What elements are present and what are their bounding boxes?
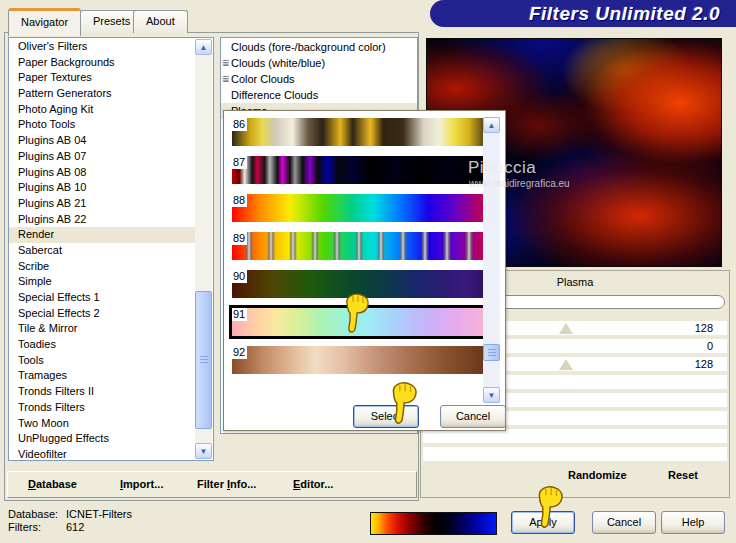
title-banner: Filters Unlimited 2.0 [430,0,736,27]
category-item[interactable]: Plugins AB 22 [9,212,196,228]
category-item[interactable]: Toadies [9,337,196,353]
gradient-swatch[interactable]: 92 [232,346,484,374]
scroll-down-icon[interactable]: ▼ [483,387,500,403]
category-item[interactable]: Tile & Mirror [9,321,196,337]
hand-cursor-icon [385,378,419,430]
filter-items: Clouds (fore-/background color)≣Clouds (… [221,39,417,119]
slider-row[interactable] [423,447,727,461]
category-item[interactable]: Photo Tools [9,117,196,133]
cancel-button[interactable]: Cancel [592,511,656,534]
gradient-swatch[interactable]: 88 [232,194,484,222]
filter-item[interactable]: ≣Color Clouds [221,71,417,87]
category-item[interactable]: Plugins AB 08 [9,165,196,181]
slider-value: 0 [707,339,713,353]
tab-about[interactable]: About [133,10,188,33]
category-item[interactable]: Two Moon [9,416,196,432]
category-item[interactable]: Paper Backgrounds [9,55,196,71]
filters-label: Filters: [8,521,66,534]
gradient-swatch[interactable]: 89 [232,232,484,260]
gradient-number: 92 [232,346,247,359]
filters-count: 612 [66,521,84,533]
filter-item-label: Clouds (white/blue) [231,57,325,69]
category-item[interactable]: Render [9,227,196,243]
category-item[interactable]: Photo Aging Kit [9,102,196,118]
category-item[interactable]: Oliver's Filters [9,39,196,55]
category-item[interactable]: Tramages [9,368,196,384]
category-item[interactable]: Plugins AB 04 [9,133,196,149]
hand-cursor-icon [339,291,371,337]
slider-handle[interactable] [559,323,573,334]
database-menubar: DatabaseImport...Filter Info...Editor... [7,471,417,498]
scrollbar-grip [200,356,208,364]
category-item[interactable]: Special Effects 2 [9,306,196,322]
scroll-up-icon[interactable]: ▲ [195,39,212,55]
randomize-row: Randomize Reset [421,469,729,491]
scroll-down-icon[interactable]: ▼ [195,443,212,459]
category-item[interactable]: Tronds Filters [9,400,196,416]
category-items: Oliver's FiltersPaper BackgroundsPaper T… [9,39,196,461]
menu-item-database[interactable]: Database [28,472,77,497]
gradient-number: 88 [232,194,247,207]
randomize-button[interactable]: Randomize [568,469,627,481]
slider-handle[interactable] [559,359,573,370]
gradient-number: 86 [232,118,247,131]
gradient-bar [232,346,484,374]
category-item[interactable]: Videofilter [9,447,196,461]
scrollbar-thumb[interactable] [195,291,212,429]
hand-cursor-icon [531,480,565,536]
category-scrollbar[interactable]: ▲ ▼ [195,39,212,459]
category-item[interactable]: Paper Textures [9,70,196,86]
filter-item-label: Color Clouds [231,73,295,85]
help-button[interactable]: Help [661,511,725,534]
category-listbox[interactable]: Oliver's FiltersPaper BackgroundsPaper T… [8,37,214,461]
tab-navigator[interactable]: Navigator [8,8,81,36]
filter-item[interactable]: ≣Clouds (white/blue) [221,55,417,71]
status-area: Database:ICNET-Filters Filters:612 [8,508,132,534]
status-database: Database:ICNET-Filters [8,508,132,521]
category-item[interactable]: Sabercat [9,243,196,259]
gradient-swatch[interactable]: 86 [232,118,484,146]
filter-item[interactable]: Difference Clouds [221,87,417,103]
category-item[interactable]: Tronds Filters II [9,384,196,400]
category-item[interactable]: Tools [9,353,196,369]
app-title: Filters Unlimited 2.0 [529,3,736,25]
database-label: Database: [8,508,66,521]
popup-cancel-button[interactable]: Cancel [440,405,506,428]
category-item[interactable]: UnPlugged Effects [9,431,196,447]
watermark-name: Pinuccia [468,158,536,178]
filter-item[interactable]: Clouds (fore-/background color) [221,39,417,55]
slider-value: 128 [695,357,713,371]
category-item[interactable]: Special Effects 1 [9,290,196,306]
reset-button[interactable]: Reset [668,469,698,481]
scrollbar-grip [488,349,496,357]
category-item[interactable]: Simple [9,274,196,290]
category-item[interactable]: Plugins AB 07 [9,149,196,165]
current-gradient-preview [370,512,497,535]
gradient-bar [232,118,484,146]
gradient-number: 87 [232,156,247,169]
menu-item-filter-info[interactable]: Filter Info... [197,472,256,497]
menu-item-editor[interactable]: Editor... [293,472,333,497]
gradient-number: 90 [232,270,247,283]
gradient-swatch[interactable]: 87 [232,156,484,184]
gradient-picker-dialog: 86878889909192 ▲ ▼ Select Cancel [223,110,506,431]
menu-item-import[interactable]: Import... [120,472,163,497]
filters-unlimited-dialog: Filters Unlimited 2.0 Navigator Presets … [0,0,736,543]
gradient-bar [232,232,484,260]
category-item[interactable]: Pattern Generators [9,86,196,102]
gradient-bar [232,194,484,222]
category-item[interactable]: Plugins AB 21 [9,196,196,212]
slider-row[interactable] [423,429,727,443]
scroll-up-icon[interactable]: ▲ [483,117,500,133]
filter-item-label: Difference Clouds [231,89,318,101]
status-filters: Filters:612 [8,521,132,534]
category-item[interactable]: Scribe [9,259,196,275]
category-item[interactable]: Plugins AB 10 [9,180,196,196]
scrollbar-thumb[interactable] [483,344,500,361]
watermark-url: www.maidiregrafica.eu [469,178,570,189]
filter-item-label: Clouds (fore-/background color) [231,41,386,53]
gradient-number: 89 [232,232,247,245]
database-value: ICNET-Filters [66,508,132,520]
slider-value: 128 [695,321,713,335]
preset-marker-icon: ≣ [222,71,230,87]
